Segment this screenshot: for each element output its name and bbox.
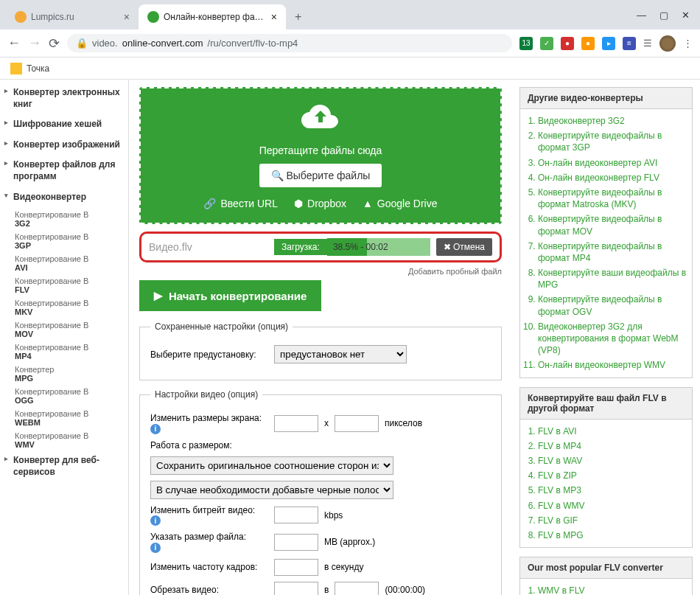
right-link[interactable]: FLV в GIF xyxy=(538,513,687,528)
loading-label: Загрузка: xyxy=(274,239,327,255)
bitrate-input[interactable] xyxy=(274,507,318,523)
filesize-input[interactable] xyxy=(274,534,318,551)
sidebar-subitem[interactable]: Конвертирование ВMOV xyxy=(0,318,128,340)
folder-icon xyxy=(10,63,22,74)
right-link[interactable]: FLV в MP3 xyxy=(538,483,687,498)
link-icon: 🔗 xyxy=(203,198,216,209)
page-body: Конвертер электронных книгШифрование хеш… xyxy=(0,80,700,595)
sidebar-subitem[interactable]: Конвертирование ВWEBM xyxy=(0,406,128,428)
profile-avatar[interactable] xyxy=(659,35,676,52)
right-box-title: Другие видео-конвертеры xyxy=(520,88,692,109)
sidebar-item[interactable]: Конвертер файлов для программ xyxy=(0,155,128,187)
right-link[interactable]: FLV в WAV xyxy=(538,453,687,468)
sidebar-item[interactable]: Конвертер для веб-сервисов xyxy=(0,450,128,482)
right-link[interactable]: Конвертируйте видеофайлы в формат Matros… xyxy=(538,185,687,212)
sidebar-subitem[interactable]: Конвертирование В3GP xyxy=(0,229,128,251)
cut-sep: в xyxy=(324,585,329,595)
cancel-button[interactable]: ✖Отмена xyxy=(436,238,492,256)
right-link[interactable]: Видеоконвертер 3G2 xyxy=(538,114,687,128)
right-link[interactable]: Конвертируйте видеофайлы в формат MP4 xyxy=(538,239,687,265)
bookmark-item[interactable]: Точка xyxy=(27,63,49,74)
ext-icon[interactable]: 13 xyxy=(519,37,533,50)
right-link[interactable]: WMV в FLV xyxy=(538,583,687,595)
ext-icon[interactable]: ≡ xyxy=(623,37,636,50)
bitrate-label: Изменить битрейт видео:i xyxy=(150,505,268,526)
cut-to-input[interactable] xyxy=(335,582,379,596)
forward-icon[interactable]: → xyxy=(28,35,41,51)
right-link[interactable]: FLV в MPG xyxy=(538,528,687,543)
close-icon[interactable]: × xyxy=(124,11,130,23)
dropbox-link[interactable]: ⬢Dropbox xyxy=(294,198,346,209)
favicon-icon xyxy=(147,11,159,23)
right-link[interactable]: FLV в WMV xyxy=(538,498,687,513)
right-link[interactable]: FLV в MP4 xyxy=(538,439,687,453)
right-link[interactable]: FLV в AVI xyxy=(538,424,687,439)
sidebar-subitem[interactable]: КонвертерMPG xyxy=(0,362,128,384)
extension-icons: 13 ✓ ● ● ▸ ≡ ☰ ⋮ xyxy=(519,35,693,52)
right-link[interactable]: FLV в ZIP xyxy=(538,468,687,483)
url-input[interactable]: 🔒 video.online-convert.com/ru/convert/fl… xyxy=(67,34,512,52)
cut-hint: (00:00:00) xyxy=(385,585,425,595)
back-icon[interactable]: ← xyxy=(7,35,21,51)
right-link[interactable]: Он-лайн видеоконвертер AVI xyxy=(538,156,687,170)
ext-icon[interactable]: ● xyxy=(561,37,574,50)
add-trial-link[interactable]: Добавить пробный файл xyxy=(139,267,502,276)
sidebar-item[interactable]: Шифрование хешей xyxy=(0,114,128,135)
dropbox-icon: ⬢ xyxy=(294,198,303,209)
ext-icon[interactable]: ▸ xyxy=(602,37,615,50)
right-link[interactable]: Он-лайн видеоконвертер FLV xyxy=(538,170,687,185)
lock-icon: 🔒 xyxy=(76,38,88,49)
cut-label: Обрезать видео: xyxy=(150,585,268,595)
mb-label: MB (approx.) xyxy=(324,537,375,547)
fps-input[interactable] xyxy=(274,559,318,576)
choose-files-button[interactable]: 🔍 Выберите файлы xyxy=(259,164,382,187)
menu-icon[interactable]: ⋮ xyxy=(683,38,693,49)
sidebar-item[interactable]: Видеоконвертер xyxy=(0,187,128,208)
drop-text: Перетащите файлы сюда xyxy=(148,145,493,156)
browser-tab-0[interactable]: Lumpics.ru × xyxy=(6,4,139,29)
height-input[interactable] xyxy=(335,415,379,432)
start-convert-button[interactable]: ▶Начать конвертирование xyxy=(139,280,321,311)
sidebar-item[interactable]: Конвертер электронных книг xyxy=(0,83,128,114)
right-link[interactable]: Конвертируйте видеофайлы в формат OGV xyxy=(538,292,687,319)
reading-list-icon[interactable]: ☰ xyxy=(643,38,652,49)
pixels-label: пикселов xyxy=(385,418,422,428)
right-link[interactable]: Конвертируйте ваши видеофайлы в MPG xyxy=(538,265,687,292)
close-window-icon[interactable]: ✕ xyxy=(682,10,690,21)
sidebar-subitem[interactable]: Конвертирование ВFLV xyxy=(0,274,128,296)
sidebar-subitem[interactable]: Конвертирование В3G2 xyxy=(0,207,128,229)
new-tab-button[interactable]: + xyxy=(286,4,310,29)
right-link[interactable]: Конвертируйте видеофайлы в формат MOV xyxy=(538,212,687,238)
upload-progress: Загрузка: 38.5% - 00:02 xyxy=(274,238,430,256)
info-icon[interactable]: i xyxy=(150,515,161,526)
aspect-select[interactable]: Сохранить оригинальное соотношение сторо… xyxy=(150,456,393,475)
sidebar-subitem[interactable]: Конвертирование ВWMV xyxy=(0,428,128,450)
right-link[interactable]: Конвертируйте видеофайлы в формат 3GP xyxy=(538,128,687,155)
close-icon[interactable]: × xyxy=(271,11,277,23)
drop-links: 🔗Ввести URL ⬢Dropbox ▲Google Drive xyxy=(148,198,493,209)
reload-icon[interactable]: ⟳ xyxy=(49,35,60,52)
sidebar-subitem[interactable]: Конвертирование ВMP4 xyxy=(0,340,128,362)
sidebar-subitem[interactable]: Конвертирование ВMKV xyxy=(0,296,128,318)
sidebar-item[interactable]: Конвертер изображений xyxy=(0,135,128,156)
dropzone[interactable]: Перетащите файлы сюда 🔍 Выберите файлы 🔗… xyxy=(139,87,502,224)
preset-select[interactable]: предустановок нет xyxy=(274,345,407,363)
info-icon[interactable]: i xyxy=(150,424,161,434)
info-icon[interactable]: i xyxy=(150,543,161,553)
cut-from-input[interactable] xyxy=(274,582,318,596)
enter-url-link[interactable]: 🔗Ввести URL xyxy=(203,198,278,209)
minimize-icon[interactable]: — xyxy=(637,10,646,21)
browser-tab-1[interactable]: Онлайн-конвертер файлов FLV × xyxy=(139,4,286,29)
progress-text: 38.5% - 00:02 xyxy=(327,242,394,252)
maximize-icon[interactable]: ▢ xyxy=(659,10,668,21)
sidebar-subitem[interactable]: Конвертирование ВAVI xyxy=(0,251,128,274)
ext-icon[interactable]: ✓ xyxy=(540,37,553,50)
main-content: Перетащите файлы сюда 🔍 Выберите файлы 🔗… xyxy=(129,80,512,595)
ext-icon[interactable]: ● xyxy=(581,37,595,50)
right-link[interactable]: Он-лайн видеоконвертер WMV xyxy=(538,358,687,372)
right-link[interactable]: Видеоконвертер 3G2 для конвертирования в… xyxy=(538,319,687,358)
bars-select[interactable]: В случае необходимости добавьте черные п… xyxy=(150,481,393,499)
sidebar-subitem[interactable]: Конвертирование ВOGG xyxy=(0,384,128,406)
gdrive-link[interactable]: ▲Google Drive xyxy=(363,198,438,209)
width-input[interactable] xyxy=(274,415,318,432)
